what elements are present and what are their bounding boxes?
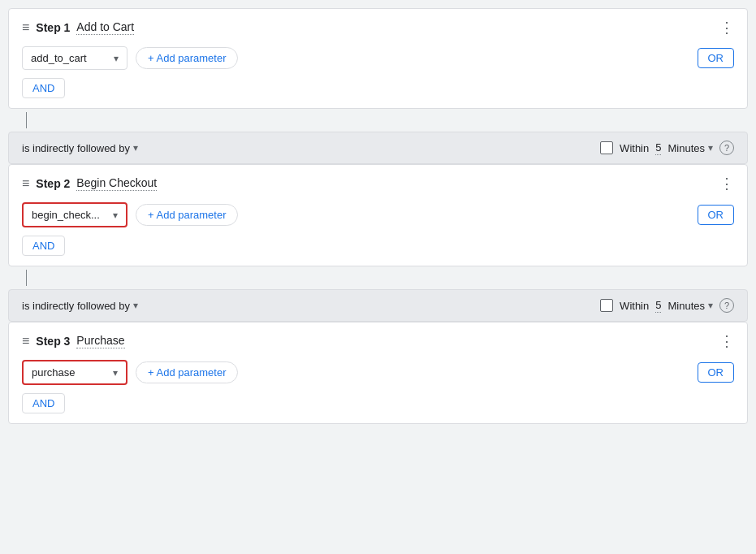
minutes-label-2: Minutes	[667, 300, 705, 312]
step-1-event-label: add_to_cart	[31, 52, 87, 64]
step-2-or-button[interactable]: OR	[698, 205, 735, 225]
within-checkbox-1[interactable]	[600, 141, 613, 154]
step-2-header: ≡ Step 2 Begin Checkout ⋮	[22, 175, 734, 193]
step-1-label: Step 1	[36, 21, 70, 34]
step-3-event-label: purchase	[32, 366, 75, 379]
within-section-2: Within 5 Minutes ▾ ?	[600, 298, 734, 313]
step-1-more-button[interactable]: ⋮	[719, 19, 734, 37]
step-3-header: ≡ Step 3 Purchase ⋮	[22, 332, 734, 350]
connector-line-2	[26, 270, 27, 286]
step-2-and-wrapper: AND	[22, 236, 734, 256]
within-section-1: Within 5 Minutes ▾ ?	[600, 141, 734, 155]
within-checkbox-2[interactable]	[600, 299, 613, 312]
step-3-or-button[interactable]: OR	[698, 362, 735, 383]
step-card-3: ≡ Step 3 Purchase ⋮ purchase ▾ + Add par…	[8, 322, 748, 424]
minutes-label-1: Minutes	[667, 142, 705, 154]
minutes-arrow-1: ▾	[708, 142, 713, 154]
step-2-add-param-button[interactable]: + Add parameter	[136, 204, 238, 226]
step-2-and-button[interactable]: AND	[22, 236, 65, 256]
step-2-more-button[interactable]: ⋮	[719, 175, 734, 193]
condition-2-label: is indirectly followed by	[22, 300, 130, 312]
step-1-event-dropdown[interactable]: add_to_cart ▾	[22, 46, 127, 70]
step-card-2: ≡ Step 2 Begin Checkout ⋮ begin_check...…	[8, 164, 748, 266]
within-number-2[interactable]: 5	[655, 299, 661, 313]
step-2-event-row: begin_check... ▾ + Add parameter OR	[22, 202, 734, 227]
step-3-event-row: purchase ▾ + Add parameter OR	[22, 360, 734, 385]
drag-icon-1[interactable]: ≡	[22, 20, 29, 35]
minutes-dropdown-2[interactable]: Minutes ▾	[667, 300, 713, 312]
condition-1-arrow: ▾	[133, 142, 138, 154]
step-card-1: ≡ Step 1 Add to Cart ⋮ add_to_cart ▾ + A…	[8, 8, 748, 109]
condition-1-label: is indirectly followed by	[22, 142, 130, 154]
condition-2-arrow: ▾	[133, 300, 138, 311]
step-3-add-param-button[interactable]: + Add parameter	[136, 361, 238, 383]
step-1-name: Add to Cart	[76, 20, 134, 35]
step-1-header: ≡ Step 1 Add to Cart ⋮	[22, 19, 734, 37]
help-icon-2[interactable]: ?	[719, 298, 734, 313]
step-3-and-wrapper: AND	[22, 393, 734, 413]
step-2-title: ≡ Step 2 Begin Checkout	[22, 176, 157, 191]
step-1-and-wrapper: AND	[22, 78, 734, 98]
drag-icon-2[interactable]: ≡	[22, 176, 29, 191]
step-2-label: Step 2	[36, 177, 70, 190]
step-1-and-button[interactable]: AND	[22, 78, 65, 98]
condition-2-dropdown[interactable]: is indirectly followed by ▾	[22, 300, 138, 312]
condition-bar-2: is indirectly followed by ▾ Within 5 Min…	[8, 289, 748, 322]
minutes-dropdown-1[interactable]: Minutes ▾	[667, 142, 713, 154]
step-3-event-dropdown[interactable]: purchase ▾	[22, 360, 127, 385]
within-label-1: Within	[620, 142, 649, 154]
minutes-arrow-2: ▾	[708, 300, 713, 311]
step-3-name: Purchase	[76, 334, 124, 348]
within-number-1[interactable]: 5	[655, 141, 661, 155]
step-1-add-param-button[interactable]: + Add parameter	[136, 47, 238, 69]
step-3-dropdown-arrow: ▾	[113, 367, 118, 379]
step-2-dropdown-arrow: ▾	[113, 210, 118, 221]
step-1-event-row: add_to_cart ▾ + Add parameter OR	[22, 46, 734, 70]
step-1-dropdown-arrow: ▾	[114, 53, 119, 64]
drag-icon-3[interactable]: ≡	[22, 334, 29, 348]
step-2-name: Begin Checkout	[76, 176, 157, 191]
step-2-event-label: begin_check...	[32, 209, 100, 221]
help-icon-1[interactable]: ?	[719, 141, 734, 155]
step-3-title: ≡ Step 3 Purchase	[22, 334, 125, 348]
step-3-and-button[interactable]: AND	[22, 393, 65, 413]
connector-line-1	[26, 112, 27, 128]
condition-1-dropdown[interactable]: is indirectly followed by ▾	[22, 142, 138, 154]
step-2-event-dropdown[interactable]: begin_check... ▾	[22, 202, 127, 227]
funnel-steps-container: ≡ Step 1 Add to Cart ⋮ add_to_cart ▾ + A…	[8, 8, 748, 424]
step-3-more-button[interactable]: ⋮	[719, 332, 734, 350]
step-1-title: ≡ Step 1 Add to Cart	[22, 20, 134, 35]
step-3-label: Step 3	[36, 335, 70, 348]
within-label-2: Within	[620, 300, 649, 312]
condition-bar-1: is indirectly followed by ▾ Within 5 Min…	[8, 132, 748, 164]
step-1-or-button[interactable]: OR	[698, 48, 735, 68]
